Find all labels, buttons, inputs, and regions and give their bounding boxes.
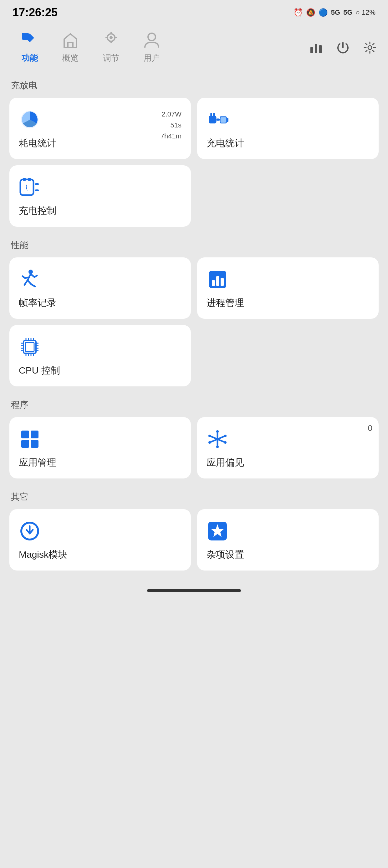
charge-cards-grid: 2.07W 51s 7h41m 耗电统计 xyxy=(9,98,379,227)
tab-overview[interactable]: 概览 xyxy=(50,28,91,67)
svg-point-3 xyxy=(109,36,112,39)
svg-rect-24 xyxy=(35,183,39,185)
svg-marker-26 xyxy=(26,183,28,191)
tab-func[interactable]: 功能 xyxy=(9,28,50,67)
svg-point-57 xyxy=(216,430,219,433)
nav-tabs: 功能 概览 xyxy=(9,28,307,67)
overview-icon xyxy=(61,31,80,50)
tab-func-label: 功能 xyxy=(22,53,38,64)
tab-user[interactable]: 用户 xyxy=(131,28,172,67)
svg-point-61 xyxy=(208,441,211,444)
tab-adjust[interactable]: 调节 xyxy=(91,28,131,67)
stat-hours: 7h41m xyxy=(161,131,182,142)
main-content: 充放电 2.07W 51s 7h41m xyxy=(0,70,388,583)
card-charge-control[interactable]: 充电控制 xyxy=(9,165,191,227)
svg-rect-52 xyxy=(21,440,29,448)
card-cpu[interactable]: CPU 控制 xyxy=(9,325,191,386)
user-icon xyxy=(142,31,161,50)
misc-icon xyxy=(206,520,228,542)
status-icons: ⏰ 🔕 🔵 5G 5G ○ 12% xyxy=(293,8,376,17)
svg-rect-53 xyxy=(31,440,38,448)
card-power-stats[interactable]: 2.07W 51s 7h41m 耗电统计 xyxy=(9,98,191,159)
func-icon xyxy=(20,31,39,50)
svg-rect-23 xyxy=(28,178,31,181)
svg-rect-31 xyxy=(221,278,224,286)
app-prefs-badge: 0 xyxy=(368,423,373,433)
mute-icon: 🔕 xyxy=(306,8,315,17)
svg-rect-15 xyxy=(210,113,212,117)
signal-5g-icon: 5G xyxy=(343,8,352,17)
svg-rect-11 xyxy=(319,45,322,53)
app-prefs-title: 应用偏见 xyxy=(206,456,369,469)
svg-rect-50 xyxy=(21,431,29,438)
svg-rect-22 xyxy=(23,178,26,181)
cpu-icon xyxy=(19,336,41,358)
svg-point-60 xyxy=(224,441,227,444)
card-charge-stats[interactable]: 充电统计 xyxy=(197,98,379,159)
alarm-icon: ⏰ xyxy=(293,8,303,17)
stat-watts: 2.07W xyxy=(161,108,182,120)
performance-cards-grid: 帧率记录 进程管理 xyxy=(9,257,379,386)
home-indicator xyxy=(147,589,241,592)
svg-rect-30 xyxy=(216,276,219,286)
card-app-prefs[interactable]: 0 xyxy=(197,417,379,478)
magisk-icon xyxy=(19,520,41,542)
card-misc[interactable]: 杂项设置 xyxy=(197,509,379,570)
power-action-btn[interactable] xyxy=(334,39,352,56)
tab-adjust-label: 调节 xyxy=(103,53,119,64)
svg-rect-29 xyxy=(212,280,215,286)
nav-actions xyxy=(307,39,379,56)
section-charge-header: 充放电 xyxy=(9,80,379,91)
svg-point-12 xyxy=(368,46,372,50)
charge-stats-icon xyxy=(206,108,228,131)
svg-rect-10 xyxy=(315,44,317,53)
stat-seconds: 51s xyxy=(161,120,182,131)
card-fps[interactable]: 帧率记录 xyxy=(9,257,191,319)
card-app-mgmt[interactable]: 应用管理 xyxy=(9,417,191,478)
process-icon xyxy=(206,268,228,290)
power-stats-title: 耗电统计 xyxy=(19,137,182,150)
bluetooth-icon: 🔵 xyxy=(319,8,328,17)
svg-rect-20 xyxy=(221,117,226,123)
cpu-title: CPU 控制 xyxy=(19,364,182,377)
magisk-title: Magisk模块 xyxy=(19,548,182,561)
svg-rect-19 xyxy=(227,118,228,122)
misc-title: 杂项设置 xyxy=(206,548,369,561)
svg-point-8 xyxy=(148,33,156,41)
signal-icon: 5G xyxy=(331,8,340,17)
svg-rect-25 xyxy=(35,189,39,191)
svg-point-59 xyxy=(208,435,211,437)
status-time: 17:26:25 xyxy=(12,6,58,19)
other-cards-grid: Magisk模块 杂项设置 xyxy=(9,509,379,570)
card-magisk[interactable]: Magisk模块 xyxy=(9,509,191,570)
card-process[interactable]: 进程管理 xyxy=(197,257,379,319)
nav-bar: 功能 概览 xyxy=(0,25,388,70)
fps-icon xyxy=(19,268,41,290)
fps-title: 帧率记录 xyxy=(19,297,182,309)
power-stats-icon xyxy=(19,108,41,131)
charge-control-icon xyxy=(19,176,41,198)
app-mgmt-title: 应用管理 xyxy=(19,456,182,469)
adjust-icon xyxy=(102,31,121,50)
svg-rect-9 xyxy=(311,47,313,53)
svg-rect-16 xyxy=(213,113,215,117)
svg-rect-17 xyxy=(217,118,220,121)
apps-cards-grid: 应用管理 0 xyxy=(9,417,379,478)
svg-point-58 xyxy=(216,445,219,448)
chart-action-btn[interactable] xyxy=(307,39,325,56)
status-bar: 17:26:25 ⏰ 🔕 🔵 5G 5G ○ 12% xyxy=(0,0,388,25)
section-other-header: 其它 xyxy=(9,491,379,503)
power-stats-values: 2.07W 51s 7h41m xyxy=(161,108,182,142)
process-title: 进程管理 xyxy=(206,297,369,309)
app-mgmt-icon xyxy=(19,428,41,450)
tab-user-label: 用户 xyxy=(143,53,160,64)
section-apps-header: 程序 xyxy=(9,399,379,411)
battery-icon: ○ 12% xyxy=(356,8,376,17)
charge-control-title: 充电控制 xyxy=(19,205,182,217)
tab-overview-label: 概览 xyxy=(62,53,78,64)
svg-rect-14 xyxy=(209,116,217,123)
settings-action-btn[interactable] xyxy=(361,39,379,56)
app-prefs-icon xyxy=(206,428,228,450)
section-performance-header: 性能 xyxy=(9,239,379,251)
svg-point-62 xyxy=(224,435,227,437)
